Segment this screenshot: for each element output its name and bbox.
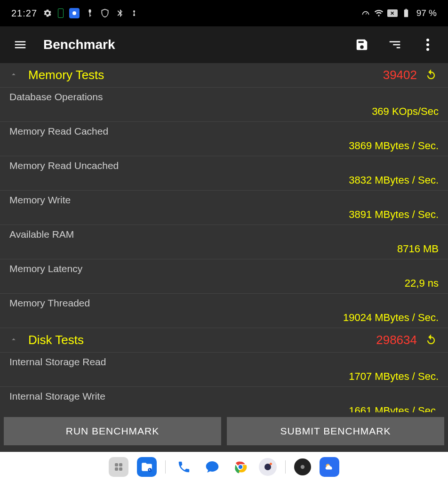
result-label: Internal Storage Write xyxy=(9,389,439,403)
result-label: Memory Latency xyxy=(9,261,439,275)
result-row: Memory Read Cached3869 MBytes / Sec. xyxy=(0,122,448,156)
run-benchmark-button[interactable]: RUN BENCHMARK xyxy=(4,417,221,445)
sim-icon: ✕ xyxy=(387,9,398,17)
camera-icon[interactable] xyxy=(259,458,277,476)
status-bar: 21:27 ✕ 97 % xyxy=(0,0,448,26)
status-blue-app-icon xyxy=(69,8,80,18)
result-row: Memory Threaded19024 MBytes / Sec. xyxy=(0,294,448,328)
chrome-icon[interactable] xyxy=(231,457,250,477)
svg-point-16 xyxy=(301,465,304,469)
weather-icon[interactable] xyxy=(320,457,339,477)
result-value: 1661 MBytes / Sec. xyxy=(9,403,439,412)
result-value: 3869 MBytes / Sec. xyxy=(9,138,439,155)
apps-icon[interactable] xyxy=(109,457,128,477)
dock-separator xyxy=(285,460,286,474)
more-button[interactable] xyxy=(418,35,438,55)
svg-rect-11 xyxy=(119,467,122,471)
phone-icon[interactable] xyxy=(174,457,194,477)
result-row: Database Operations369 KOps/Sec xyxy=(0,88,448,122)
section-header[interactable]: Memory Tests39402 xyxy=(0,63,448,88)
result-value: 369 KOps/Sec xyxy=(9,104,439,120)
result-value: 3891 MBytes / Sec. xyxy=(9,207,439,224)
menu-button[interactable] xyxy=(10,35,30,55)
result-label: Database Operations xyxy=(9,89,439,104)
action-bar: RUN BENCHMARK SUBMIT BENCHMARK xyxy=(0,412,448,452)
result-label: Memory Read Cached xyxy=(9,124,439,138)
wifi-icon xyxy=(374,8,384,18)
section-title: Memory Tests xyxy=(28,68,383,82)
dock-separator xyxy=(165,460,166,474)
svg-rect-8 xyxy=(115,463,118,466)
svg-point-5 xyxy=(426,39,429,41)
status-green-icon xyxy=(58,8,64,18)
result-value: 1707 MBytes / Sec. xyxy=(9,369,439,386)
section-score: 298634 xyxy=(376,333,417,347)
svg-point-7 xyxy=(426,48,429,51)
result-label: Memory Threaded xyxy=(9,296,439,310)
reload-icon[interactable] xyxy=(424,68,439,82)
result-row: Available RAM8716 MB xyxy=(0,225,448,259)
result-value: 22,9 ns xyxy=(9,275,439,292)
svg-rect-10 xyxy=(115,467,118,471)
battery-percent: 97 % xyxy=(416,8,437,18)
svg-rect-3 xyxy=(404,10,408,17)
svg-point-6 xyxy=(426,43,429,46)
status-clock: 21:27 xyxy=(11,8,37,19)
section-header[interactable]: Disk Tests298634 xyxy=(0,328,448,353)
result-label: Memory Write xyxy=(9,193,439,207)
section-score: 39402 xyxy=(383,68,417,82)
section-title: Disk Tests xyxy=(28,333,376,347)
save-button[interactable] xyxy=(352,35,372,55)
result-label: Internal Storage Read xyxy=(9,354,439,369)
location-icon xyxy=(130,8,138,18)
chevron-up-icon xyxy=(9,335,19,345)
result-label: Available RAM xyxy=(9,227,439,241)
dark-app-icon[interactable] xyxy=(294,458,311,475)
messages-icon[interactable] xyxy=(202,457,222,477)
result-row: Internal Storage Write1661 MBytes / Sec. xyxy=(0,387,448,412)
svg-rect-4 xyxy=(405,9,407,10)
result-row: Memory Latency22,9 ns xyxy=(0,259,448,294)
key-icon xyxy=(85,8,95,18)
result-value: 3832 MBytes / Sec. xyxy=(9,172,439,189)
files-icon[interactable] xyxy=(137,457,157,477)
result-label: Memory Read Uncached xyxy=(9,158,439,172)
sort-button[interactable] xyxy=(385,35,405,55)
gear-icon xyxy=(43,8,52,18)
submit-benchmark-button[interactable]: SUBMIT BENCHMARK xyxy=(227,417,444,445)
battery-icon xyxy=(401,8,411,18)
nav-dock xyxy=(0,452,448,482)
svg-rect-9 xyxy=(119,463,122,466)
result-row: Memory Write3891 MBytes / Sec. xyxy=(0,191,448,225)
shield-icon xyxy=(100,8,110,18)
reload-icon[interactable] xyxy=(424,333,439,347)
bluetooth-icon xyxy=(115,8,125,18)
benchmark-results[interactable]: Memory Tests39402Database Operations369 … xyxy=(0,63,448,412)
page-title: Benchmark xyxy=(43,37,339,52)
data-icon xyxy=(361,8,370,18)
result-value: 8716 MB xyxy=(9,241,439,258)
app-bar: Benchmark xyxy=(0,26,448,63)
svg-rect-2 xyxy=(134,12,134,14)
result-row: Internal Storage Read1707 MBytes / Sec. xyxy=(0,353,448,387)
chevron-up-icon xyxy=(9,70,19,80)
result-row: Memory Read Uncached3832 MBytes / Sec. xyxy=(0,156,448,191)
result-value: 19024 MBytes / Sec. xyxy=(9,310,439,327)
